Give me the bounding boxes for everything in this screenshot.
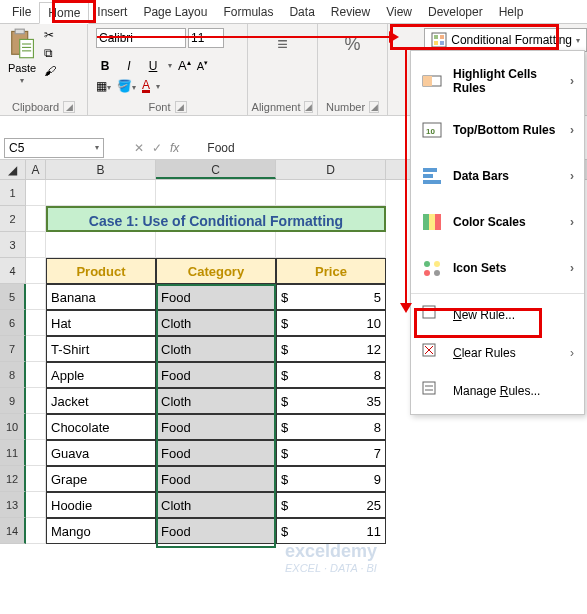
cell-product-3[interactable]: Apple [46, 362, 156, 388]
tab-developer[interactable]: Developer [420, 2, 491, 22]
cell-D3[interactable] [276, 232, 386, 258]
conditional-formatting-button[interactable]: Conditional Formatting ▾ [424, 28, 587, 52]
cell-product-8[interactable]: Hoodie [46, 492, 156, 518]
menu-color-scales[interactable]: Color Scales › [411, 199, 584, 245]
tab-home[interactable]: Home [39, 2, 89, 24]
select-all-button[interactable]: ◢ [0, 160, 26, 179]
dialog-launcher-icon[interactable]: ◢ [63, 101, 75, 113]
menu-manage-rules[interactable]: Manage Rules... [411, 372, 584, 410]
row-header-9[interactable]: 9 [0, 388, 26, 414]
enter-formula-icon[interactable]: ✓ [152, 141, 162, 155]
cell-category-8[interactable]: Cloth [156, 492, 276, 518]
cell-category-9[interactable]: Food [156, 518, 276, 544]
cell-price-3[interactable]: $8 [276, 362, 386, 388]
header-price[interactable]: Price [276, 258, 386, 284]
formula-bar[interactable]: Food [207, 141, 234, 155]
copy-icon[interactable]: ⧉ [44, 46, 56, 60]
bold-button[interactable]: B [96, 59, 114, 73]
menu-data-bars[interactable]: Data Bars › [411, 153, 584, 199]
underline-button[interactable]: U [144, 59, 162, 73]
title-cell[interactable]: Case 1: Use of Conditional Formatting [46, 206, 386, 232]
cell-price-1[interactable]: $10 [276, 310, 386, 336]
cell-category-3[interactable]: Food [156, 362, 276, 388]
cell-category-5[interactable]: Food [156, 414, 276, 440]
cell-D1[interactable] [276, 180, 386, 206]
cell-A8[interactable] [26, 362, 46, 388]
cell-category-4[interactable]: Cloth [156, 388, 276, 414]
increase-font-icon[interactable]: A▴ [178, 58, 191, 73]
format-painter-icon[interactable]: 🖌 [44, 64, 56, 78]
cell-A7[interactable] [26, 336, 46, 362]
row-header-12[interactable]: 12 [0, 466, 26, 492]
cell-A1[interactable] [26, 180, 46, 206]
cell-product-4[interactable]: Jacket [46, 388, 156, 414]
cell-price-7[interactable]: $9 [276, 466, 386, 492]
cell-A14[interactable] [26, 518, 46, 544]
menu-highlight-cells-rules[interactable]: Highlight Cells Rules › [411, 55, 584, 107]
fx-icon[interactable]: fx [170, 141, 179, 155]
cell-price-8[interactable]: $25 [276, 492, 386, 518]
row-header-11[interactable]: 11 [0, 440, 26, 466]
cell-A6[interactable] [26, 310, 46, 336]
dialog-launcher-icon[interactable]: ◢ [369, 101, 379, 113]
cell-product-5[interactable]: Chocolate [46, 414, 156, 440]
row-header-13[interactable]: 13 [0, 492, 26, 518]
cell-product-2[interactable]: T-Shirt [46, 336, 156, 362]
cell-price-2[interactable]: $12 [276, 336, 386, 362]
alignment-icon[interactable]: ≡ [256, 28, 309, 55]
menu-top-bottom-rules[interactable]: 10 Top/Bottom Rules › [411, 107, 584, 153]
cancel-formula-icon[interactable]: ✕ [134, 141, 144, 155]
cell-A9[interactable] [26, 388, 46, 414]
menu-icon-sets[interactable]: Icon Sets › [411, 245, 584, 291]
cell-product-6[interactable]: Guava [46, 440, 156, 466]
cell-price-6[interactable]: $7 [276, 440, 386, 466]
font-name-select[interactable] [96, 28, 186, 48]
cell-product-9[interactable]: Mango [46, 518, 156, 544]
column-header-B[interactable]: B [46, 160, 156, 179]
cell-A11[interactable] [26, 440, 46, 466]
cell-price-0[interactable]: $5 [276, 284, 386, 310]
row-header-5[interactable]: 5 [0, 284, 26, 310]
row-header-3[interactable]: 3 [0, 232, 26, 258]
cell-B3[interactable] [46, 232, 156, 258]
italic-button[interactable]: I [120, 59, 138, 73]
cell-C1[interactable] [156, 180, 276, 206]
tab-view[interactable]: View [378, 2, 420, 22]
menu-new-rule[interactable]: New Rule... [411, 296, 584, 334]
tab-data[interactable]: Data [281, 2, 322, 22]
row-header-4[interactable]: 4 [0, 258, 26, 284]
cell-A3[interactable] [26, 232, 46, 258]
tab-pagelayout[interactable]: Page Layou [135, 2, 215, 22]
cell-product-0[interactable]: Banana [46, 284, 156, 310]
header-product[interactable]: Product [46, 258, 156, 284]
fill-color-button[interactable]: 🪣▾ [117, 79, 136, 93]
row-header-10[interactable]: 10 [0, 414, 26, 440]
tab-insert[interactable]: Insert [89, 2, 135, 22]
cell-A4[interactable] [26, 258, 46, 284]
font-size-select[interactable] [188, 28, 224, 48]
cell-A5[interactable] [26, 284, 46, 310]
cell-A10[interactable] [26, 414, 46, 440]
column-header-D[interactable]: D [276, 160, 386, 179]
cell-category-2[interactable]: Cloth [156, 336, 276, 362]
cell-product-1[interactable]: Hat [46, 310, 156, 336]
header-category[interactable]: Category [156, 258, 276, 284]
row-header-14[interactable]: 14 [0, 518, 26, 544]
paste-button[interactable]: Paste ▾ [8, 28, 36, 85]
decrease-font-icon[interactable]: A▾ [197, 59, 208, 72]
name-box[interactable]: C5▾ [4, 138, 104, 158]
row-header-2[interactable]: 2 [0, 206, 26, 232]
cell-category-7[interactable]: Food [156, 466, 276, 492]
row-header-6[interactable]: 6 [0, 310, 26, 336]
column-header-A[interactable]: A [26, 160, 46, 179]
cell-category-1[interactable]: Cloth [156, 310, 276, 336]
menu-clear-rules[interactable]: Clear Rules › [411, 334, 584, 372]
row-header-8[interactable]: 8 [0, 362, 26, 388]
cell-price-5[interactable]: $8 [276, 414, 386, 440]
border-button[interactable]: ▦▾ [96, 79, 111, 93]
cell-category-6[interactable]: Food [156, 440, 276, 466]
cut-icon[interactable]: ✂ [44, 28, 56, 42]
tab-file[interactable]: File [4, 2, 39, 22]
cell-A2[interactable] [26, 206, 46, 232]
row-header-7[interactable]: 7 [0, 336, 26, 362]
